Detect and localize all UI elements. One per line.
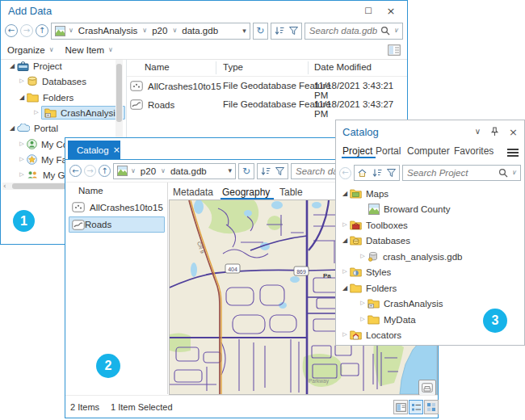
chevron-down-icon[interactable]: ∨ bbox=[131, 168, 136, 174]
tree-item-portal[interactable]: ◢ Portal bbox=[7, 120, 58, 136]
search-icon[interactable] bbox=[498, 168, 508, 178]
tree-item-locators[interactable]: ▷ Locators bbox=[340, 327, 401, 342]
tree-item-toolboxes[interactable]: ▷ Toolboxes bbox=[340, 217, 408, 233]
chevron-down-icon[interactable]: ∨ bbox=[393, 27, 398, 34]
breadcrumb-datagdb[interactable]: data.gdb bbox=[180, 26, 220, 36]
tree-item-broward-county[interactable]: Broward County bbox=[368, 201, 450, 216]
scroll-left-icon[interactable]: ‹ bbox=[3, 183, 6, 190]
filter-icon[interactable] bbox=[275, 166, 285, 176]
tab-table[interactable]: Table bbox=[279, 187, 303, 198]
expander-collapsed-icon[interactable]: ▷ bbox=[358, 300, 368, 306]
sort-icon[interactable] bbox=[274, 26, 284, 36]
tree-item-crashanalysis[interactable]: ▷ CrashAnalysis bbox=[32, 105, 125, 120]
search-icon[interactable] bbox=[380, 26, 390, 36]
close-tab-icon[interactable]: × bbox=[113, 145, 120, 154]
list-item-roads-selected[interactable]: Roads bbox=[69, 216, 165, 233]
selected-tree-item[interactable]: CrashAnalysis bbox=[41, 106, 125, 120]
tab-project[interactable]: Project bbox=[342, 145, 372, 157]
tab-metadata[interactable]: Metadata bbox=[173, 187, 213, 198]
tree-item-folders[interactable]: ◢ Folders bbox=[340, 280, 397, 296]
tree-item-mydata[interactable]: ▷ MyData bbox=[358, 312, 416, 327]
chevron-down-icon[interactable]: ∨ bbox=[511, 170, 516, 176]
expander-expanded-icon[interactable]: ◢ bbox=[340, 285, 350, 292]
sort-icon[interactable] bbox=[372, 168, 382, 178]
up-button[interactable]: ↑ bbox=[99, 165, 111, 177]
expander-collapsed-icon[interactable]: ▷ bbox=[32, 110, 41, 116]
list-header-name[interactable]: Name bbox=[78, 186, 103, 195]
chevron-down-icon[interactable]: ∨ bbox=[172, 27, 177, 34]
menu-hamburger-icon[interactable] bbox=[507, 147, 519, 158]
chevron-down-icon[interactable]: ∨ bbox=[161, 168, 166, 174]
list-view-button[interactable] bbox=[409, 400, 423, 414]
overview-button[interactable] bbox=[418, 380, 436, 396]
up-button[interactable]: ↑ bbox=[36, 24, 48, 37]
organize-menu[interactable]: Organize∨ bbox=[7, 45, 54, 55]
dropdown-arrow-icon[interactable]: ▾ bbox=[242, 27, 246, 35]
expander-collapsed-icon[interactable]: ▷ bbox=[358, 317, 368, 322]
project-home-icon[interactable] bbox=[357, 168, 368, 178]
expander-expanded-icon[interactable]: ◢ bbox=[7, 63, 17, 69]
new-item-menu[interactable]: New Item∨ bbox=[65, 45, 113, 55]
tree-item-folders[interactable]: ◢ Folders bbox=[17, 90, 74, 105]
tree-item-databases[interactable]: ◢ Databases bbox=[340, 233, 410, 248]
breadcrumb-datagdb[interactable]: data.gdb bbox=[169, 166, 208, 176]
navigation-pane-toggle-icon[interactable] bbox=[388, 44, 401, 56]
forward-button[interactable]: → bbox=[84, 165, 96, 177]
expander-collapsed-icon[interactable]: ▷ bbox=[17, 78, 27, 84]
expander-expanded-icon[interactable]: ◢ bbox=[7, 125, 17, 132]
sort-icon[interactable] bbox=[260, 166, 271, 176]
expander-expanded-icon[interactable]: ◢ bbox=[17, 94, 27, 101]
expander-expanded-icon[interactable]: ◢ bbox=[340, 191, 350, 197]
refresh-button[interactable]: ↻ bbox=[253, 23, 268, 40]
refresh-button[interactable]: ↻ bbox=[238, 163, 254, 179]
tree-item-crashanalysis-folder[interactable]: ▷ CrashAnalysis bbox=[358, 296, 443, 311]
dropdown-arrow-icon[interactable]: ▾ bbox=[228, 167, 232, 174]
list-item-allcrashes[interactable]: AllCrashes10to15 bbox=[72, 200, 163, 215]
pane-menu-chevron-icon[interactable]: ∨ bbox=[475, 128, 481, 136]
expander-collapsed-icon[interactable]: ▷ bbox=[340, 269, 350, 275]
catalog-view-tab[interactable]: Catalog × bbox=[68, 141, 120, 159]
filter-icon[interactable] bbox=[386, 168, 397, 178]
expander-expanded-icon[interactable]: ◢ bbox=[340, 237, 350, 244]
file-row-allcrashes[interactable]: AllCrashes10to15 bbox=[130, 78, 221, 94]
thumbnail-view-button[interactable] bbox=[424, 400, 439, 414]
search-input[interactable]: Search data.gdb ∨ bbox=[304, 23, 403, 40]
tab-computer[interactable]: Computer bbox=[407, 145, 450, 157]
breadcrumb-p20[interactable]: p20 bbox=[150, 26, 169, 36]
expander-collapsed-icon[interactable]: ▷ bbox=[17, 141, 27, 147]
search-input[interactable]: Search Project ∨ bbox=[402, 165, 521, 181]
expander-collapsed-icon[interactable]: ▷ bbox=[340, 332, 350, 338]
breadcrumb-p20[interactable]: p20 bbox=[139, 166, 158, 176]
back-button[interactable]: ← bbox=[339, 167, 351, 179]
tab-favorites[interactable]: Favorites bbox=[454, 145, 494, 157]
column-header-type[interactable]: Type bbox=[223, 62, 243, 72]
close-pane-icon[interactable]: × bbox=[509, 127, 518, 137]
location-combo[interactable]: ∨ p20 ∨ data.gdb ▾ bbox=[113, 163, 236, 179]
chevron-down-icon[interactable]: ∨ bbox=[142, 27, 147, 34]
tree-item-styles[interactable]: ▷ Styles bbox=[340, 264, 391, 279]
expander-collapsed-icon[interactable]: ▷ bbox=[17, 157, 27, 162]
expander-collapsed-icon[interactable]: ▷ bbox=[340, 222, 350, 228]
expander-collapsed-icon[interactable]: ▷ bbox=[17, 172, 27, 178]
filter-icon[interactable] bbox=[288, 26, 299, 36]
maximize-button[interactable]: □ bbox=[357, 3, 380, 19]
close-button[interactable]: × bbox=[380, 3, 402, 19]
tab-portal[interactable]: Portal bbox=[376, 145, 401, 157]
tree-item-crash-analysis-gdb[interactable]: ▷ crash_analysis.gdb bbox=[358, 249, 462, 264]
back-button[interactable]: ← bbox=[69, 165, 82, 177]
forward-button[interactable]: → bbox=[20, 24, 33, 37]
details-view-button[interactable] bbox=[393, 400, 408, 414]
tab-geography[interactable]: Geography bbox=[222, 187, 270, 198]
back-button[interactable]: ← bbox=[5, 24, 18, 37]
column-header-name[interactable]: Name bbox=[145, 62, 170, 72]
pin-icon[interactable] bbox=[490, 127, 499, 136]
breadcrumb-crashanalysis[interactable]: CrashAnalysis bbox=[77, 26, 140, 36]
tree-item-maps[interactable]: ◢ Maps bbox=[340, 186, 388, 201]
location-combo[interactable]: ∨ CrashAnalysis ∨ p20 ∨ data.gdb ▾ bbox=[51, 23, 250, 40]
chevron-down-icon[interactable]: ∨ bbox=[69, 27, 74, 34]
tree-item-project[interactable]: ◢ Project bbox=[7, 58, 62, 74]
file-row-roads[interactable]: Roads bbox=[130, 97, 174, 112]
expander-collapsed-icon[interactable]: ▷ bbox=[358, 254, 368, 259]
tree-item-databases[interactable]: ▷ Databases bbox=[17, 74, 86, 89]
column-header-modified[interactable]: Date Modified bbox=[314, 62, 372, 72]
